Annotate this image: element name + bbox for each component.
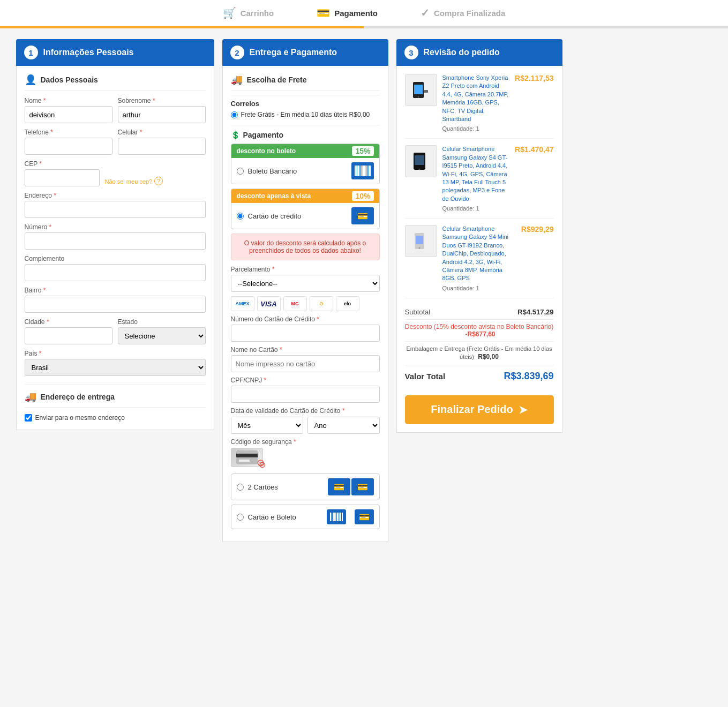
card-icon-1: 💳 — [328, 478, 350, 495]
card-boleto-radio[interactable] — [237, 514, 244, 521]
delivery-label: Endereço de entrega — [41, 393, 115, 401]
svg-rect-3 — [359, 166, 360, 176]
svg-rect-19 — [337, 513, 339, 521]
card-number-label: Número do Cartão de Crédito * — [231, 315, 380, 323]
svg-point-32 — [418, 247, 420, 249]
dados-pessoais-title: 👤 Dados Pessoais — [25, 74, 206, 91]
nome-input[interactable] — [25, 106, 112, 123]
bairro-input[interactable] — [25, 296, 206, 313]
two-cards-radio[interactable] — [237, 484, 244, 491]
card-name-input[interactable] — [231, 355, 380, 372]
product-qty-2: Quantidade: 1 — [442, 205, 510, 212]
two-cards-option[interactable]: 2 Cartões 💳 💳 — [231, 473, 380, 500]
card-option[interactable]: desconto apenas à vista 10% Cartão de cr… — [231, 189, 380, 229]
endereco-group: Endereço * — [25, 192, 206, 218]
subtotal-label: Subtotal — [405, 308, 431, 316]
svg-rect-26 — [424, 90, 428, 93]
svg-rect-0 — [355, 166, 356, 176]
subtotal-row: Subtotal R$4.517,29 — [405, 305, 554, 320]
svg-rect-14 — [330, 513, 331, 521]
pagamento-label: Pagamento — [243, 131, 283, 139]
svg-rect-9 — [368, 166, 369, 176]
pais-select[interactable]: Brasil — [25, 359, 206, 376]
dados-pessoais-label: Dados Pessoais — [41, 76, 98, 84]
cidade-input[interactable] — [25, 327, 112, 344]
numero-input[interactable] — [25, 232, 206, 250]
discount-label: Desconto (15% desconto avista no Boleto … — [405, 323, 554, 338]
boleto-option[interactable]: desconto no boleto 15% Boleto Bancário — [231, 144, 380, 184]
product-info-1: Smartphone Sony Xperia Z2 Preto com Andr… — [442, 74, 510, 132]
nav-step-done[interactable]: ✓ Compra Finalizada — [421, 6, 505, 19]
truck-icon: 🚚 — [25, 391, 36, 403]
sobrenome-input[interactable] — [118, 106, 206, 123]
card-boleto-row: Cartão e Boleto — [231, 505, 379, 529]
barcode-icon — [351, 162, 374, 179]
mes-select[interactable]: Mês — [231, 417, 303, 434]
section1-body: 👤 Dados Pessoais Nome * Sobrenome * — [16, 66, 214, 430]
shipping-row: Embalagem e Entrega (Frete Grátis - Em m… — [405, 342, 554, 365]
cep-help-link[interactable]: Não sei meu cep? — [105, 178, 153, 185]
free-shipping-radio[interactable] — [231, 111, 238, 118]
estado-group: Estado Selecione — [118, 318, 206, 344]
cart-icon: 🛒 — [223, 6, 236, 19]
nav-step-cart[interactable]: 🛒 Carrinho — [223, 6, 274, 19]
numero-group: Número * — [25, 223, 206, 250]
nav-step-payment[interactable]: 💳 Pagamento — [317, 6, 378, 19]
boleto-percent: 15% — [352, 146, 373, 156]
card-radio[interactable] — [237, 213, 244, 220]
card-boleto-option[interactable]: Cartão e Boleto — [231, 505, 380, 529]
boleto-radio[interactable] — [237, 168, 244, 175]
celular-input[interactable] — [118, 138, 206, 155]
product-price-2: R$1.470,47 — [515, 145, 553, 212]
estado-select[interactable]: Selecione — [118, 327, 206, 344]
same-address-checkbox[interactable] — [25, 414, 32, 422]
card-boleto-label-wrap: Cartão e Boleto — [237, 513, 296, 521]
telefone-input[interactable] — [25, 138, 112, 155]
section3-title: Revisão do pedido — [424, 48, 500, 57]
cep-label: CEP * — [25, 160, 100, 168]
endereco-input[interactable] — [25, 201, 206, 218]
card-row: Cartão de crédito 💳 — [231, 203, 379, 229]
parcelamento-select[interactable]: --Selecione-- — [231, 275, 380, 292]
hipercard-logo: ⊙ — [310, 296, 333, 311]
nav-payment-label: Pagamento — [334, 9, 378, 18]
ano-select[interactable]: Ano — [307, 417, 380, 434]
frete-title: 🚚 Escolha de Frete — [231, 74, 380, 91]
product-qty-3: Quantidade: 1 — [442, 285, 516, 291]
cpf-input[interactable] — [231, 386, 380, 403]
section2-header: 2 Entrega e Pagamento — [222, 39, 388, 66]
card-label: Cartão de crédito — [248, 212, 302, 220]
section1-header: 1 Informações Pessoais — [16, 39, 214, 66]
section3-header: 3 Revisão do pedido — [396, 39, 562, 66]
section2-number: 2 — [230, 46, 244, 59]
security-code-wrap: ⊖ — [231, 448, 380, 467]
frete-section: 🚚 Escolha de Frete Correios Frete Grátis… — [231, 74, 380, 118]
card-badge-label: desconto apenas à vista — [237, 192, 311, 200]
cep-input[interactable] — [25, 169, 100, 186]
free-shipping-option[interactable]: Frete Grátis - Em média 10 dias úteis R$… — [231, 111, 380, 118]
svg-rect-12 — [236, 454, 258, 457]
product-thumb-1 — [405, 74, 437, 106]
svg-point-25 — [417, 96, 419, 98]
svg-rect-20 — [339, 513, 340, 521]
boleto-label-wrap: Boleto Bancário — [237, 167, 297, 175]
total-label: Valor Total — [405, 372, 446, 381]
amex-logo: AMEX — [231, 296, 254, 311]
cidade-estado-row: Cidade * Estado Selecione — [25, 318, 206, 344]
product-thumb-3 — [405, 225, 437, 257]
card-number-input[interactable] — [231, 325, 380, 342]
complemento-input[interactable] — [25, 264, 206, 281]
product-qty-1: Quantidade: 1 — [442, 125, 510, 132]
svg-rect-28 — [415, 155, 424, 165]
boleto-row: Boleto Bancário — [231, 158, 379, 184]
sobrenome-label: Sobrenome * — [118, 97, 206, 104]
validity-label: Data de validade do Cartão de Crédito * — [231, 407, 380, 415]
subtotal-value: R$4.517,29 — [517, 308, 553, 316]
discount-row: Desconto (15% desconto avista no Boleto … — [405, 320, 554, 342]
estado-label: Estado — [118, 318, 206, 326]
section3-body: Smartphone Sony Xperia Z2 Preto com Andr… — [396, 66, 562, 433]
card-icon-2: 💳 — [351, 478, 374, 495]
finalize-button[interactable]: Finalizar Pedido ➤ — [405, 395, 554, 424]
telefone-label: Telefone * — [25, 129, 112, 136]
product-info-3: Celular Smartphone Samsung Galaxy S4 Min… — [442, 225, 516, 291]
